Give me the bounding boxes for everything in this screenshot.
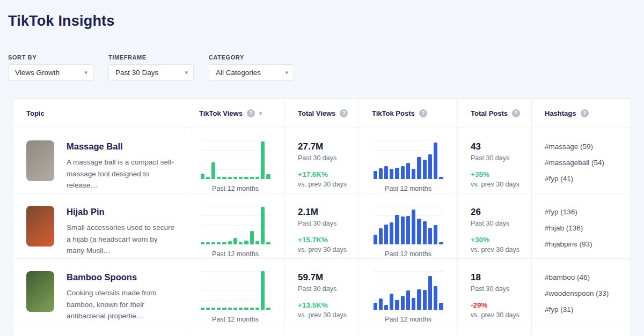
sort-by-dropdown[interactable]: Views Growth ▾	[8, 64, 93, 81]
total-posts-cell: 18 Past 30 days -29% vs. prev 30 days	[457, 259, 531, 324]
chart-caption: Past 12 months	[385, 185, 431, 192]
column-header-tiktok-views[interactable]: TikTok Views ? ▾	[186, 99, 284, 128]
vs-label: vs. prev 30 days	[471, 246, 531, 253]
hashtag[interactable]: #massageball (54)	[545, 159, 631, 167]
column-label: Topic	[26, 109, 45, 117]
total-posts-cell: 26 Past 30 days +30% vs. prev 30 days	[457, 193, 531, 258]
views-bar-chart	[201, 270, 270, 310]
hashtag[interactable]: #fyp (41)	[545, 175, 631, 183]
vs-label: vs. prev 30 days	[298, 311, 358, 319]
total-views-cell: 27.7M Past 30 days +17.6K% vs. prev 30 d…	[284, 128, 358, 193]
period-label: Past 30 days	[298, 220, 358, 227]
dropdown-value: All Categories	[216, 69, 261, 77]
period-label: Past 30 days	[298, 285, 358, 293]
topic-cell[interactable]: Massage Ball A massage ball is a compact…	[13, 128, 186, 193]
column-header-hashtags: Hashtags ?	[531, 99, 631, 128]
filter-sort-by: SORT BY Views Growth ▾	[8, 54, 93, 81]
hashtags-cell: #fyp (136) #hijab (136) #hijabpins (93)	[531, 193, 631, 258]
hashtag[interactable]: #fyp (136)	[545, 208, 631, 216]
chart-caption: Past 12 months	[212, 250, 259, 258]
category-dropdown[interactable]: All Categories ▾	[209, 64, 294, 81]
filter-label: CATEGORY	[209, 54, 294, 61]
column-header-tiktok-posts: TikTok Posts ?	[358, 99, 457, 128]
views-delta-value: +13.5K%	[298, 301, 358, 309]
tiktok-views-chart-cell: Past 12 months	[186, 128, 284, 193]
chart-caption: Past 12 months	[212, 316, 259, 323]
help-icon[interactable]: ?	[247, 109, 255, 117]
hashtag[interactable]: #hijab (136)	[545, 224, 631, 232]
period-label: Past 30 days	[471, 220, 531, 227]
views-delta-value: +17.6K%	[298, 170, 358, 178]
hashtag[interactable]: #hijabpins (93)	[545, 240, 631, 248]
posts-bar-chart	[374, 205, 443, 244]
topic-title[interactable]: Massage Ball	[67, 141, 175, 152]
filter-label: SORT BY	[8, 54, 93, 61]
filter-timeframe: TIMEFRAME Past 30 Days ▾	[108, 54, 194, 81]
column-header-total-posts: Total Posts ?	[457, 99, 531, 128]
help-icon[interactable]: ?	[512, 109, 520, 117]
period-label: Past 30 days	[471, 285, 531, 293]
hashtags-cell: #massage (59) #massageball (54) #fyp (41…	[531, 128, 631, 193]
views-bar-chart	[201, 205, 270, 244]
table-header-row: Topic TikTok Views ? ▾ Total Views ? Tik…	[13, 99, 631, 128]
filter-category: CATEGORY All Categories ▾	[209, 54, 294, 81]
hashtag[interactable]: #massage (59)	[545, 143, 631, 151]
topic-title[interactable]: Hijab Pin	[67, 207, 175, 217]
column-label: Total Views	[298, 109, 335, 117]
total-views-cell: 2.1M Past 30 days +15.7K% vs. prev 30 da…	[284, 193, 358, 258]
column-header-total-views: Total Views ?	[284, 99, 358, 128]
hashtag[interactable]: #bamboo (46)	[545, 273, 631, 281]
topic-thumbnail	[26, 271, 54, 312]
table-row: Massage Ball A massage ball is a compact…	[13, 128, 631, 193]
tiktok-posts-chart-cell: Past 12 months	[358, 193, 457, 258]
dropdown-value: Past 30 Days	[115, 69, 158, 77]
topic-thumbnail	[26, 140, 54, 181]
topic-cell[interactable]: Hijab Pin Small accessories used to secu…	[13, 193, 186, 258]
total-posts-cell: 43 Past 30 days +35% vs. prev 30 days	[457, 128, 531, 193]
topic-cell[interactable]: Bamboo Spoons Cooking utensils made from…	[13, 259, 186, 324]
insights-table: Topic TikTok Views ? ▾ Total Views ? Tik…	[13, 98, 631, 336]
total-views-value: 59.7M	[298, 272, 358, 283]
column-label: TikTok Views	[199, 109, 243, 117]
total-posts-value: 26	[471, 207, 531, 218]
posts-delta-value: +30%	[471, 236, 531, 244]
chart-caption: Past 12 months	[212, 185, 259, 192]
help-icon[interactable]: ?	[419, 109, 427, 117]
help-icon[interactable]: ?	[581, 109, 589, 117]
posts-bar-chart	[374, 139, 443, 179]
vs-label: vs. prev 30 days	[471, 181, 531, 188]
posts-bar-chart	[374, 270, 443, 310]
chevron-down-icon: ▾	[185, 70, 188, 76]
tiktok-posts-chart-cell: Past 12 months	[358, 128, 457, 193]
tiktok-views-chart-cell: Past 12 months	[186, 193, 284, 258]
total-posts-value: 43	[471, 141, 531, 152]
topic-title[interactable]: Bamboo Spoons	[67, 272, 175, 282]
hashtags-cell: #bamboo (46) #woodenspoon (33) #fyp (31)	[531, 259, 631, 324]
table-row-partial	[13, 324, 631, 335]
page-title: TikTok Insights	[8, 13, 644, 29]
tiktok-views-chart-cell: Past 12 months	[186, 259, 284, 324]
vs-label: vs. prev 30 days	[471, 311, 531, 319]
views-bar-chart	[201, 139, 270, 179]
table-row: Hijab Pin Small accessories used to secu…	[13, 193, 631, 259]
table-row: Bamboo Spoons Cooking utensils made from…	[13, 259, 631, 324]
timeframe-dropdown[interactable]: Past 30 Days ▾	[108, 64, 194, 81]
dropdown-value: Views Growth	[15, 69, 60, 77]
tiktok-posts-chart-cell: Past 12 months	[358, 259, 457, 324]
vs-label: vs. prev 30 days	[298, 181, 358, 188]
vs-label: vs. prev 30 days	[298, 246, 358, 253]
column-label: Total Posts	[471, 109, 508, 117]
topic-description: Small accessories used to secure a hijab…	[67, 222, 175, 257]
topic-thumbnail	[26, 206, 54, 247]
help-icon[interactable]: ?	[340, 109, 348, 117]
views-delta-value: +15.7K%	[298, 236, 358, 244]
posts-delta-value: -29%	[471, 301, 531, 309]
hashtag[interactable]: #woodenspoon (33)	[545, 289, 631, 297]
total-posts-value: 18	[471, 272, 531, 283]
sort-caret-icon[interactable]: ▾	[259, 110, 262, 116]
chart-caption: Past 12 months	[385, 316, 431, 323]
filters-bar: SORT BY Views Growth ▾ TIMEFRAME Past 30…	[8, 54, 644, 81]
hashtag[interactable]: #fyp (31)	[545, 305, 631, 313]
posts-delta-value: +35%	[471, 170, 531, 178]
period-label: Past 30 days	[471, 154, 531, 162]
